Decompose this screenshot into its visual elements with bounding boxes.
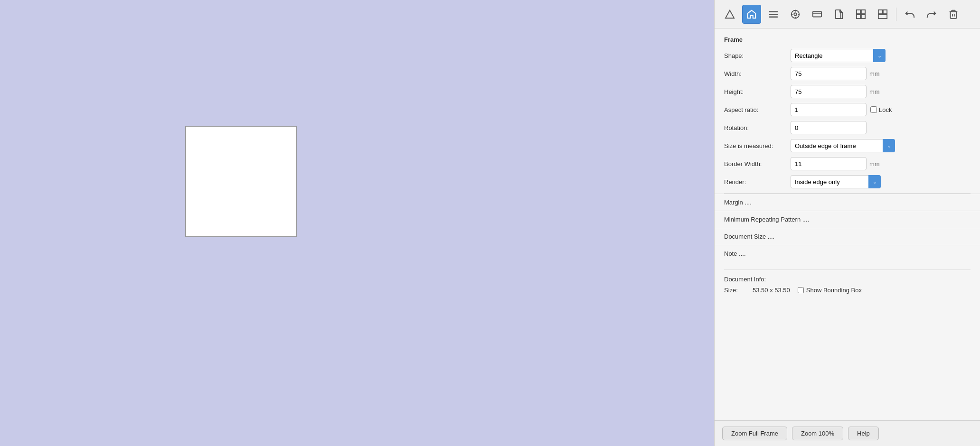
rotation-label: Rotation: — [724, 124, 791, 131]
margin-label: Margin .... — [724, 199, 752, 206]
min-repeating-label: Minimum Repeating Pattern .... — [724, 216, 809, 223]
margin-row[interactable]: Margin .... — [715, 194, 980, 211]
shape-row: Shape: Rectangle ⌄ — [724, 49, 971, 62]
frame-preview — [185, 126, 297, 237]
properties-panel: Frame Shape: Rectangle ⌄ Width: mm Heigh… — [714, 0, 980, 446]
canvas-area[interactable] — [0, 0, 714, 446]
toolbar — [715, 0, 980, 28]
grid2-tool[interactable] — [873, 5, 892, 24]
lines-tool[interactable] — [764, 5, 783, 24]
render-select[interactable]: Inside edge only — [791, 175, 881, 188]
svg-rect-15 — [857, 9, 860, 13]
document-info-section: Document Info: Size: 53.50 x 53.50 Show … — [724, 269, 971, 294]
expandable-section: Margin .... Minimum Repeating Pattern ..… — [724, 193, 971, 262]
svg-marker-0 — [726, 10, 734, 18]
svg-point-5 — [794, 13, 797, 16]
size-measured-row: Size is measured: Outside edge of frame … — [724, 139, 971, 152]
width-input[interactable] — [791, 67, 867, 80]
circle-tool[interactable] — [786, 5, 805, 24]
lock-label: Lock — [879, 106, 892, 113]
undo-button[interactable] — [900, 5, 919, 24]
trash-button[interactable] — [944, 5, 963, 24]
layout1-tool[interactable] — [808, 5, 827, 24]
height-unit: mm — [869, 88, 880, 95]
svg-rect-1 — [769, 11, 778, 12]
note-row[interactable]: Note .... — [715, 245, 980, 262]
shape-select[interactable]: Rectangle — [791, 49, 886, 62]
border-width-unit: mm — [869, 160, 880, 167]
border-width-label: Border Width: — [724, 160, 791, 167]
border-width-row: Border Width: mm — [724, 157, 971, 170]
document-size-label: Document Size .... — [724, 233, 774, 240]
width-unit: mm — [869, 70, 880, 77]
svg-rect-16 — [861, 9, 865, 13]
height-input[interactable] — [791, 85, 867, 98]
zoom-full-frame-button[interactable]: Zoom Full Frame — [722, 427, 787, 440]
rotation-input[interactable] — [791, 121, 867, 134]
height-row: Height: mm — [724, 85, 971, 98]
show-bounding-box-label[interactable]: Show Bounding Box — [798, 287, 862, 294]
doc-tool[interactable] — [829, 5, 848, 24]
show-bb-text: Show Bounding Box — [806, 287, 862, 294]
grid-tool[interactable] — [851, 5, 870, 24]
aspect-ratio-input[interactable] — [791, 103, 867, 116]
zoom-100-button[interactable]: Zoom 100% — [792, 427, 843, 440]
size-measured-select-wrapper: Outside edge of frame ⌄ — [791, 139, 895, 152]
size-measured-select[interactable]: Outside edge of frame — [791, 139, 895, 152]
size-value: 53.50 x 53.50 — [753, 287, 790, 294]
svg-rect-20 — [883, 9, 887, 13]
frame-section-title: Frame — [724, 36, 971, 43]
size-measured-label: Size is measured: — [724, 142, 791, 149]
aspect-ratio-label: Aspect ratio: — [724, 106, 791, 113]
show-bounding-box-checkbox[interactable] — [798, 287, 804, 293]
rotation-row: Rotation: — [724, 121, 971, 134]
bottom-bar: Zoom Full Frame Zoom 100% Help — [715, 420, 980, 446]
width-label: Width: — [724, 70, 791, 77]
lock-row: Lock — [870, 106, 892, 113]
min-repeating-row[interactable]: Minimum Repeating Pattern .... — [715, 211, 980, 228]
frame-tool[interactable] — [742, 5, 761, 24]
shape-select-wrapper: Rectangle ⌄ — [791, 49, 886, 62]
shape-label: Shape: — [724, 52, 791, 59]
help-button[interactable]: Help — [848, 427, 879, 440]
document-size-row[interactable]: Document Size .... — [715, 228, 980, 245]
render-row: Render: Inside edge only ⌄ — [724, 175, 971, 188]
svg-rect-17 — [857, 14, 860, 18]
redo-button[interactable] — [922, 5, 941, 24]
lock-checkbox[interactable] — [870, 106, 877, 113]
properties-content: Frame Shape: Rectangle ⌄ Width: mm Heigh… — [715, 28, 980, 420]
doc-info-title: Document Info: — [724, 276, 971, 283]
triangle-tool[interactable] — [720, 5, 739, 24]
width-row: Width: mm — [724, 67, 971, 80]
toolbar-separator — [896, 8, 896, 21]
render-label: Render: — [724, 178, 791, 186]
svg-rect-21 — [878, 14, 887, 18]
note-label: Note .... — [724, 250, 746, 257]
svg-rect-18 — [861, 14, 865, 18]
aspect-ratio-row: Aspect ratio: Lock — [724, 103, 971, 116]
doc-info-row: Size: 53.50 x 53.50 Show Bounding Box — [724, 287, 971, 294]
border-width-input[interactable] — [791, 157, 867, 170]
svg-rect-19 — [878, 9, 882, 13]
svg-rect-3 — [769, 16, 778, 17]
height-label: Height: — [724, 88, 791, 95]
svg-rect-2 — [769, 14, 778, 15]
size-label: Size: — [724, 287, 753, 294]
render-select-wrapper: Inside edge only ⌄ — [791, 175, 881, 188]
